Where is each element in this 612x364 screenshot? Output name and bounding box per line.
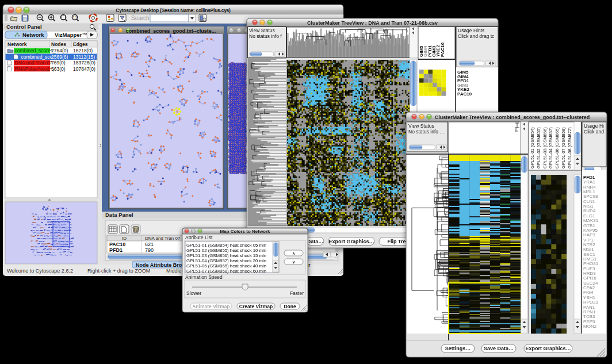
svg-text:ClusterMaker TreeView : combin: ClusterMaker TreeView : combined_scores_… — [435, 114, 590, 120]
svg-text:GPL51-01 (GSM854): GPL51-01 (GSM854) — [530, 127, 535, 168]
svg-text:Welcome to Cytoscape 2.6.2: Welcome to Cytoscape 2.6.2 — [7, 268, 73, 274]
svg-text:621: 621 — [145, 242, 154, 247]
svg-text:107847(0): 107847(0) — [73, 66, 95, 72]
svg-text:ClusterMaker TreeView : DNA an: ClusterMaker TreeView : DNA and Tran 07-… — [307, 20, 438, 26]
svg-text:Cytoscape Desktop (Session Nam: Cytoscape Desktop (Session Name: collins… — [116, 7, 231, 13]
svg-text:PAC10: PAC10 — [109, 242, 125, 247]
svg-text:Data Panel: Data Panel — [105, 212, 133, 218]
svg-text:PAC10: PAC10 — [440, 42, 445, 57]
svg-text:1:1: 1:1 — [73, 16, 77, 19]
svg-text:combined_sco: combined_sco — [21, 54, 53, 60]
svg-text:Middle-: Middle- — [166, 268, 183, 274]
svg-text:Slower: Slower — [186, 290, 201, 296]
svg-text:PAC10: PAC10 — [457, 91, 472, 97]
svg-text:Export Graphics…: Export Graphics… — [525, 346, 571, 351]
svg-text:13112(15): 13112(15) — [73, 54, 95, 60]
svg-text:Export Graphics…: Export Graphics… — [328, 239, 374, 244]
svg-text:View Status: View Status — [249, 28, 275, 33]
svg-text:∨: ∨ — [292, 260, 295, 264]
svg-text:Save Data…: Save Data… — [484, 346, 514, 351]
svg-text:Network: Network — [7, 41, 27, 47]
svg-text:RNAPuberNov2+¡: RNAPuberNov2+¡ — [15, 66, 54, 72]
svg-text:183728(0): 183728(0) — [73, 60, 95, 66]
svg-text:Create Vizmap: Create Vizmap — [239, 304, 273, 309]
svg-text:GPL51-04 (GSM857) heat shock 2: GPL51-04 (GSM857) heat shock 20 min — [186, 258, 266, 263]
svg-text:combined_scores_: combined_scores_ — [15, 48, 56, 53]
svg-text:GPL51-04 (GSM857): GPL51-04 (GSM857) — [548, 127, 553, 168]
svg-text:Animate Vizmap: Animate Vizmap — [192, 304, 230, 309]
svg-text:VizMapper™: VizMapper™ — [55, 32, 87, 38]
svg-text:DNA and Tran 07: DNA and Tran 07 — [15, 60, 52, 66]
svg-text:Data…: Data… — [307, 239, 324, 244]
svg-text:Map Colors to Network: Map Colors to Network — [220, 229, 270, 234]
svg-text:16218(0): 16218(0) — [73, 48, 93, 53]
svg-text:No status info …: No status info … — [408, 129, 445, 135]
svg-text:790: 790 — [145, 247, 154, 253]
svg-text:GPL51-07 (GSM868) heat shock 6: GPL51-07 (GSM868) heat shock 60 min — [186, 269, 266, 274]
svg-text:2569(6): 2569(6) — [51, 54, 68, 60]
svg-text:GPL51-06 (GSM865): GPL51-06 (GSM865) — [554, 127, 560, 168]
svg-text:GPL51-01 (GSM854) heat shock 0: GPL51-01 (GSM854) heat shock 05 min — [186, 243, 266, 248]
svg-text:Right-click + drag to ZOOM: Right-click + drag to ZOOM — [87, 268, 150, 274]
svg-text:Faster: Faster — [290, 290, 304, 296]
svg-text:Animation Speed: Animation Speed — [185, 274, 223, 280]
svg-text:MON2: MON2 — [583, 324, 597, 329]
svg-text:Click and: Click and — [584, 129, 604, 135]
svg-text:Edges: Edges — [73, 41, 88, 47]
svg-text:Search:: Search: — [131, 15, 151, 21]
svg-text:View Status: View Status — [408, 123, 434, 129]
svg-text:No status info f: No status info f — [249, 33, 282, 39]
svg-text:769(0): 769(0) — [51, 60, 66, 66]
svg-text:GPL51-03 (GSM856): GPL51-03 (GSM856) — [542, 127, 548, 168]
svg-text:563(0): 563(0) — [51, 66, 66, 72]
svg-text:r: r — [308, 262, 311, 268]
svg-text:GPL51-02 (GSM855) heat shock 1: GPL51-02 (GSM855) heat shock 10 min — [186, 248, 266, 253]
svg-text:Network: Network — [22, 32, 44, 38]
svg-text:Attribute List: Attribute List — [185, 235, 213, 240]
svg-text:ID: ID — [122, 236, 127, 241]
svg-text:GPL51-02 (GSM855): GPL51-02 (GSM855) — [536, 127, 541, 168]
svg-text:GPL51-03 (GSM856) heat shock 1: GPL51-03 (GSM856) heat shock 15 min — [186, 253, 266, 258]
svg-text:PFD1: PFD1 — [109, 247, 123, 253]
svg-text:Done: Done — [284, 304, 296, 309]
svg-text:Settings…: Settings… — [445, 346, 471, 351]
svg-text:2764(0): 2764(0) — [51, 48, 68, 53]
svg-text:Click and drag tc: Click and drag tc — [458, 33, 495, 39]
svg-text:Usage Hints: Usage Hints — [458, 28, 484, 33]
svg-text:GPL51-06 (GSM865) heat shock 4: GPL51-06 (GSM865) heat shock 40 min — [186, 263, 266, 269]
svg-text:GPL51-08 (GSM872): GPL51-08 (GSM872) — [567, 127, 572, 168]
svg-text:Control Panel: Control Panel — [6, 24, 42, 30]
svg-text:GPL51-07 (GSM868): GPL51-07 (GSM868) — [561, 127, 566, 168]
svg-text:∧: ∧ — [292, 251, 295, 255]
svg-text:Nodes: Nodes — [51, 41, 66, 47]
svg-text:combined_scores_good.txt--clus: combined_scores_good.txt--cluste... — [126, 28, 216, 34]
svg-text:Usage Hi: Usage Hi — [584, 123, 604, 129]
